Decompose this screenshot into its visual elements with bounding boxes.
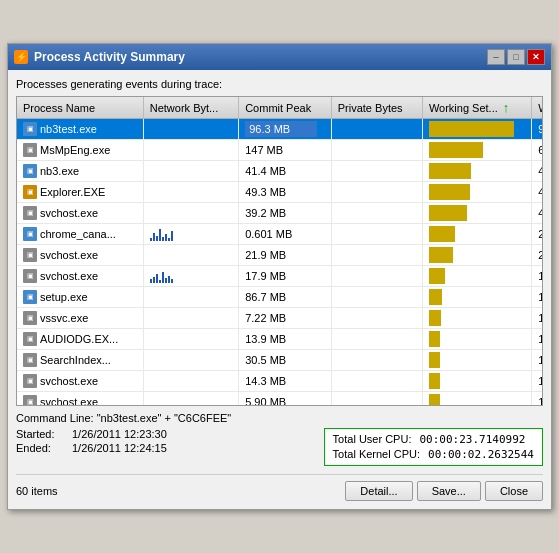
commit-peak-cell: 13.9 MB [239,329,332,350]
table-row[interactable]: ▣Explorer.EXE49.3 MB46.8 MB [17,182,543,203]
process-name-cell: ▣svchost.exe [17,371,143,392]
commit-peak-cell: 0.601 MB [239,224,332,245]
commit-peak-cell: 21.9 MB [239,245,332,266]
process-name: AUDIODG.EX... [40,333,118,345]
process-icon: ▣ [23,353,37,367]
working-set-cell: 15.8 MB [532,287,543,308]
working-set-cell: 18.5 MB [532,266,543,287]
commit-value: 0.601 MB [245,228,292,240]
process-icon: ▣ [23,332,37,346]
commit-value: 86.7 MB [245,291,286,303]
working-set-cell: 27.2 MB [532,245,543,266]
commit-value: 7.22 MB [245,312,286,324]
table-row[interactable]: ▣svchost.exe21.9 MB27.2 MB [17,245,543,266]
network-cell [143,161,238,182]
commit-value: 14.3 MB [245,375,286,387]
description-text: Processes generating events during trace… [16,78,543,90]
user-cpu-row: Total User CPU: 00:00:23.7140992 [333,433,534,446]
started-label: Started: [16,428,66,440]
network-cell [143,371,238,392]
table-row[interactable]: ▣vssvc.exe7.22 MB14.6 MB [17,308,543,329]
private-bytes-cell [331,392,422,407]
working-set-bar-cell [422,119,531,140]
col-working-set-bar[interactable]: Working Set... ↑ [422,97,531,119]
table-row[interactable]: ▣svchost.exe14.3 MB12.3 MB [17,371,543,392]
col-commit[interactable]: Commit Peak [239,97,332,119]
close-button[interactable]: Close [485,481,543,501]
process-name-cell: ▣svchost.exe [17,203,143,224]
working-set-bar-cell [422,371,531,392]
network-cell [143,203,238,224]
table-row[interactable]: ▣svchost.exe39.2 MB42.2 MB [17,203,543,224]
process-icon: ▣ [23,206,37,220]
working-set-bar-cell [422,392,531,407]
private-bytes-cell [331,245,422,266]
process-name-cell: ▣chrome_cana... [17,224,143,245]
commit-value: 21.9 MB [245,249,286,261]
process-table: Process Name Network Byt... Commit Peak … [17,97,543,406]
user-cpu-label: Total User CPU: [333,433,412,446]
ended-value: 1/26/2011 12:24:15 [72,442,167,454]
process-name: svchost.exe [40,270,98,282]
minimize-button[interactable]: – [487,49,505,65]
network-cell [143,182,238,203]
private-bytes-cell [331,287,422,308]
working-set-cell: 12.9 MB [532,350,543,371]
bottom-section: Command Line: "nb3test.exe" + "C6C6FEE" … [16,412,543,466]
table-row[interactable]: ▣setup.exe86.7 MB15.8 MB [17,287,543,308]
working-set-bar [429,163,525,179]
table-header: Process Name Network Byt... Commit Peak … [17,97,543,119]
table-row[interactable]: ▣svchost.exe17.9 MB18.5 MB [17,266,543,287]
window-icon: ⚡ [14,50,28,64]
table-row[interactable]: ▣svchost.exe5.90 MB10.2 MB [17,392,543,407]
col-private[interactable]: Private Bytes [331,97,422,119]
process-icon: ▣ [23,122,37,136]
commit-peak-cell: 5.90 MB [239,392,332,407]
col-process-name[interactable]: Process Name [17,97,143,119]
private-bytes-cell [331,266,422,287]
working-set-bar [429,373,525,389]
private-bytes-cell [331,350,422,371]
process-name: vssvc.exe [40,312,88,324]
cpu-info-box: Total User CPU: 00:00:23.7140992 Total K… [324,428,543,466]
save-button[interactable]: Save... [417,481,481,501]
process-name: svchost.exe [40,396,98,406]
private-bytes-cell [331,329,422,350]
table-row[interactable]: ▣nb3.exe41.4 MB48.2 MB [17,161,543,182]
table-row[interactable]: ▣SearchIndex...30.5 MB12.9 MB [17,350,543,371]
commit-peak-cell: 147 MB [239,140,332,161]
start-end-info: Started: 1/26/2011 12:23:30 Ended: 1/26/… [16,428,167,454]
working-set-bar-cell [422,308,531,329]
col-working-set[interactable]: Working Set [532,97,543,119]
working-set-bar [429,226,525,242]
maximize-button[interactable]: □ [507,49,525,65]
table-row[interactable]: ▣MsMpEng.exe147 MB61.4 MB [17,140,543,161]
process-name: MsMpEng.exe [40,144,110,156]
working-set-cell: 46.8 MB [532,182,543,203]
working-set-bar-cell [422,266,531,287]
close-window-button[interactable]: ✕ [527,49,545,65]
title-buttons: – □ ✕ [487,49,545,65]
working-set-bar [429,352,525,368]
detail-button[interactable]: Detail... [345,481,412,501]
status-bar: 60 items Detail... Save... Close [16,474,543,501]
process-table-container[interactable]: Process Name Network Byt... Commit Peak … [16,96,543,406]
table-row[interactable]: ▣chrome_cana...0.601 MB29.1 MB [17,224,543,245]
commit-peak-cell: 17.9 MB [239,266,332,287]
process-name-cell: ▣MsMpEng.exe [17,140,143,161]
commit-peak-cell: 96.3 MB [239,119,332,140]
window-title: Process Activity Summary [34,50,185,64]
table-row[interactable]: ▣nb3test.exe96.3 MB97.2 MB [17,119,543,140]
col-network[interactable]: Network Byt... [143,97,238,119]
commit-value: 147 MB [245,144,283,156]
process-name: nb3test.exe [40,123,97,135]
process-name: svchost.exe [40,249,98,261]
process-icon: ▣ [23,227,37,241]
network-bar [150,227,232,241]
process-name: Explorer.EXE [40,186,105,198]
working-set-bar-cell [422,224,531,245]
ended-label: Ended: [16,442,66,454]
kernel-cpu-label: Total Kernel CPU: [333,448,420,461]
table-row[interactable]: ▣AUDIODG.EX...13.9 MB13.5 MB [17,329,543,350]
working-set-bar-cell [422,161,531,182]
